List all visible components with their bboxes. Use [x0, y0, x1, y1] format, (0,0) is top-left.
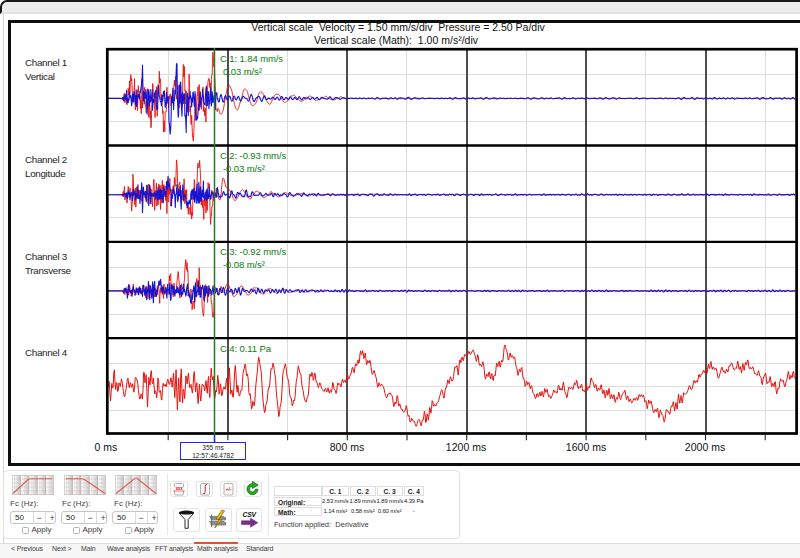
svg-text:xxx: xxx: [175, 486, 183, 491]
svg-text:+/-: +/-: [225, 486, 231, 492]
svg-text:CSV: CSV: [243, 511, 258, 518]
